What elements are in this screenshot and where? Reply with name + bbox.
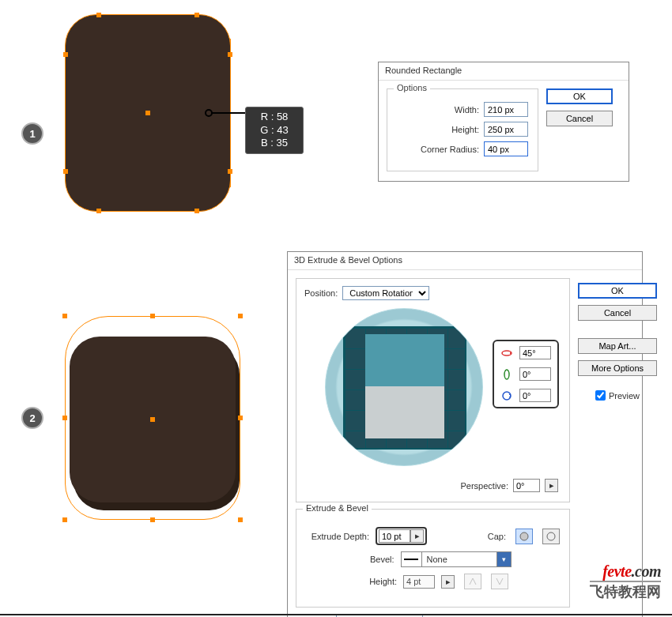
center-anchor: [145, 111, 150, 115]
extrude-depth-stepper[interactable]: ▸: [410, 529, 424, 543]
color-r: R : 58: [261, 111, 289, 124]
cap-on-button[interactable]: [515, 529, 533, 544]
svg-point-3: [520, 532, 528, 540]
rotate-y-input[interactable]: [519, 367, 551, 381]
dialog-title: 3D Extrude & Bevel Options: [294, 255, 402, 265]
corner-radius-input[interactable]: [484, 141, 528, 156]
bevel-in-icon: [464, 574, 481, 589]
step-num: 1: [29, 128, 35, 140]
axis-rotation-group: [493, 340, 559, 408]
watermark: fevte.com 飞特教程网: [590, 562, 661, 601]
extrude-depth-label: Extrude Depth:: [306, 532, 369, 541]
perspective-label: Perspective:: [460, 481, 508, 491]
cancel-button[interactable]: Cancel: [546, 111, 613, 126]
bounding-box[interactable]: [65, 316, 240, 520]
bevel-label: Bevel:: [355, 555, 395, 564]
bevel-out-icon: [491, 574, 508, 589]
color-readout: R : 58 G : 43 B : 35: [245, 107, 304, 154]
dialog-rounded-rectangle: Rounded Rectangle Options Width: Height:…: [378, 62, 629, 182]
ok-button[interactable]: OK: [546, 88, 613, 104]
bbox-handle[interactable]: [238, 517, 243, 522]
artwork-extruded-rectangle[interactable]: [65, 316, 247, 521]
width-label: Width:: [455, 105, 479, 115]
rotate-y-icon: [500, 368, 513, 381]
perspective-stepper[interactable]: ▸: [545, 479, 558, 492]
svg-point-4: [547, 532, 555, 540]
dialog-title: Rounded Rectangle: [385, 66, 462, 75]
height-input[interactable]: [484, 122, 528, 137]
anchor-point[interactable]: [63, 52, 68, 57]
preview-label: Preview: [609, 391, 640, 401]
rotate-z-input[interactable]: [519, 389, 551, 402]
watermark-tld: .com: [632, 562, 661, 580]
bezier-handle[interactable]: [230, 39, 231, 55]
preview-checkbox[interactable]: [595, 390, 606, 401]
width-input[interactable]: [484, 102, 528, 117]
position-select[interactable]: Custom Rotation: [342, 286, 429, 300]
rotate-x-input[interactable]: [519, 346, 551, 359]
chevron-down-icon[interactable]: ▾: [496, 552, 511, 566]
bbox-handle[interactable]: [238, 416, 243, 420]
cube-front-face: [365, 386, 444, 438]
step-badge-2: 2: [21, 407, 43, 429]
rotation-trackball[interactable]: [325, 308, 491, 474]
bbox-handle[interactable]: [150, 517, 155, 522]
perspective-input[interactable]: [513, 479, 540, 492]
watermark-sub: 飞特教程网: [590, 581, 661, 601]
dialog-titlebar[interactable]: 3D Extrude & Bevel Options: [288, 252, 642, 270]
anchor-point[interactable]: [96, 209, 101, 213]
dialog-titlebar[interactable]: Rounded Rectangle: [379, 62, 629, 81]
rotate-z-icon: [500, 389, 513, 402]
color-b: B : 35: [261, 137, 288, 150]
anchor-point[interactable]: [96, 13, 101, 17]
ok-button[interactable]: OK: [578, 283, 657, 299]
bevel-swatch-icon: [402, 552, 422, 566]
cube-top-face: [365, 334, 444, 386]
rotate-x-icon: [500, 347, 513, 359]
step-badge-1: 1: [21, 122, 43, 145]
bevel-height-stepper: ▸: [441, 575, 455, 589]
cancel-button[interactable]: Cancel: [578, 305, 657, 321]
map-art-button[interactable]: Map Art...: [578, 338, 657, 354]
extrude-bevel-legend: Extrude & Bevel: [303, 503, 372, 513]
eyedropper-leader: [212, 112, 245, 114]
bevel-height-input: [403, 575, 435, 589]
bbox-handle[interactable]: [62, 314, 67, 318]
bbox-handle[interactable]: [238, 314, 243, 318]
footer-divider: [0, 614, 672, 615]
fieldset-legend: Options: [394, 83, 430, 92]
bevel-height-label: Height:: [357, 577, 397, 586]
bbox-handle[interactable]: [150, 314, 155, 318]
position-label: Position:: [304, 288, 338, 298]
height-label: Height:: [451, 125, 479, 134]
bevel-select[interactable]: None ▾: [401, 551, 512, 567]
color-g: G : 43: [260, 124, 288, 137]
bevel-value: None: [422, 555, 496, 564]
svg-point-2: [503, 392, 511, 400]
corner-radius-label: Corner Radius:: [421, 145, 479, 154]
bezier-handle[interactable]: [230, 171, 231, 187]
bbox-handle[interactable]: [62, 416, 67, 420]
more-options-button[interactable]: More Options: [578, 360, 657, 376]
cap-label: Cap:: [443, 532, 506, 541]
bbox-handle[interactable]: [62, 517, 67, 522]
cap-off-button[interactable]: [542, 529, 560, 544]
watermark-brand: fevte: [602, 562, 631, 580]
anchor-point[interactable]: [194, 13, 199, 17]
preview-checkbox-wrap[interactable]: Preview: [595, 390, 640, 401]
step-num: 2: [29, 412, 35, 424]
anchor-point[interactable]: [63, 169, 68, 174]
anchor-point[interactable]: [194, 209, 199, 213]
extrude-depth-input[interactable]: [379, 529, 410, 543]
